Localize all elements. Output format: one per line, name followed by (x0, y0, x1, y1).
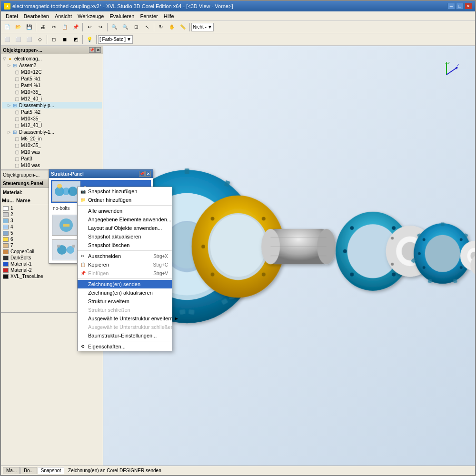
ctx-angegebene[interactable]: Angegebene Elemente anwenden... (78, 215, 172, 224)
ctx-snapshot-aktualisieren[interactable]: Snapshot aktualisieren (78, 232, 172, 241)
maximize-button[interactable]: □ (456, 3, 464, 10)
tree-disassembly-p[interactable]: ▷ ⊞ Disassembly-p... (2, 102, 102, 109)
tb-light[interactable]: 💡 (84, 35, 95, 44)
tree-disassembly-1-icon: ⊞ (11, 129, 18, 135)
menu-bearbeiten[interactable]: Bearbeiten (21, 12, 52, 20)
mat-name-10: Material-2 (10, 268, 31, 273)
tb-shade[interactable]: ◼ (60, 35, 70, 44)
tb-redo[interactable]: ↪ (95, 22, 106, 32)
tb-print[interactable]: 🖨 (38, 22, 48, 32)
tb-undo[interactable]: ↩ (84, 22, 95, 32)
ctx-copy-icon: 📋 (79, 261, 86, 268)
ctx-struktur-schliessen: Struktur schließen (78, 306, 172, 314)
tree-item-assem2[interactable]: ▷ ⊞ Assem2 (2, 62, 102, 69)
tree-item-5[interactable]: ▢ Part5 %2 (2, 109, 102, 115)
snapshot-thumb-0 (52, 181, 80, 202)
ctx-layout-label: Layout auf Objekte anwenden... (88, 225, 162, 231)
status-tab-snapshot[interactable]: Snapshot (38, 467, 64, 474)
panel-pin-button[interactable]: 📌 (89, 47, 95, 53)
tree-assem2-icon: ⊞ (11, 62, 18, 68)
tb-wire[interactable]: ◻ (49, 35, 59, 44)
mat-swatch-8 (3, 256, 9, 260)
object-groups-panel: Objektgruppen-... 📌 ✕ ▽ ● electromag... (1, 46, 103, 170)
tree-item-0[interactable]: ▢ M10×12C (2, 69, 102, 75)
struktur-pin-btn[interactable]: 📌 (139, 171, 145, 177)
tree-root-label: electromag... (14, 56, 42, 61)
tree-item-3[interactable]: ▢ M10×35_ (2, 89, 102, 95)
tb-pan[interactable]: ✋ (167, 22, 177, 32)
ctx-alle-anwenden[interactable]: Alle anwenden (78, 207, 172, 215)
tree-item-10[interactable]: ▢ M10 was (2, 149, 102, 155)
panel-close-button[interactable]: ✕ (95, 47, 101, 53)
tb-paste[interactable]: 📌 (70, 22, 81, 32)
tree-item-11[interactable]: ▢ Part3 (2, 155, 102, 162)
ctx-layout[interactable]: Layout auf Objekte anwenden... (78, 224, 172, 232)
tree-item-6[interactable]: ▢ M10×35_ (2, 115, 102, 122)
tb-copy[interactable]: 📋 (60, 22, 70, 32)
snapshot-thumb-2 (52, 239, 80, 260)
ctx-zeichnung-aktualisieren[interactable]: Zeichnung(en) aktualisieren (78, 288, 172, 297)
tb-rotate[interactable]: ↻ (156, 22, 166, 32)
tree-part-8-icon: ▢ (13, 136, 20, 141)
tb-shade-edge[interactable]: ◩ (70, 35, 81, 44)
tb-select[interactable]: ↖ (142, 22, 152, 32)
tb-view-top[interactable]: ⬜ (13, 35, 23, 44)
toolbar-farb-dropdown[interactable]: [ Farb-Satz ] ▼ (98, 35, 133, 44)
tb-save[interactable]: 💾 (24, 22, 34, 32)
tree-root[interactable]: ▽ ● electromag... (2, 55, 102, 62)
tb-cut[interactable]: ✂ (49, 22, 59, 32)
menu-evaluieren[interactable]: Evaluieren (107, 12, 137, 20)
ctx-eigenschaften[interactable]: ⚙ Eigenschaften... (78, 342, 172, 351)
tree-part-7-icon: ▢ (13, 122, 20, 128)
tb-zoom-in[interactable]: 🔍 (109, 22, 119, 32)
status-tab-bo[interactable]: Bo... (20, 467, 37, 474)
ctx-baumstruktur[interactable]: Baumstruktur-Einstellungen... (78, 331, 172, 340)
ctx-cut-label: Ausschneiden (88, 253, 121, 259)
tb-open[interactable]: 📂 (13, 22, 23, 32)
svg-rect-30 (179, 309, 186, 315)
ctx-struktur-erweitern[interactable]: Struktur erweitern (78, 297, 172, 306)
svg-point-82 (423, 266, 426, 269)
tree-disassembly-1[interactable]: ▷ ⊞ Disassembly-1... (2, 129, 102, 135)
tree-disassembly-1-arrow: ▷ (8, 130, 11, 134)
tb-view-front[interactable]: ⬜ (2, 35, 12, 44)
tb-zoom-fit[interactable]: ⊡ (131, 22, 141, 32)
tree-item-1[interactable]: ▢ Part5 %1 (2, 75, 102, 82)
tree-item-12[interactable]: ▢ M10 was (2, 162, 102, 169)
ctx-zeichnung-senden[interactable]: Zeichnung(en) senden (78, 280, 172, 288)
tb-measure[interactable]: 📏 (178, 22, 188, 32)
ctx-ausschneiden[interactable]: ✂ Ausschneiden Strg+X (78, 252, 172, 260)
window-title: electromagnetic-toothed-coupling.xv2* - … (12, 3, 233, 9)
ctx-sep-2 (78, 278, 172, 279)
ctx-snapshot-loeschen[interactable]: Snapshot löschen (78, 241, 172, 249)
struktur-close-btn[interactable]: ✕ (145, 171, 151, 177)
tree-item-9[interactable]: ▢ M10×35_ (2, 142, 102, 149)
tree-item-7[interactable]: ▢ M12_40_i (2, 122, 102, 129)
toolbar-nicht-dropdown[interactable]: Nicht - ▼ (191, 23, 214, 31)
ctx-ausgewahlte-erweitern[interactable]: Ausgewählte Unterstruktur erweitern ▶ (78, 314, 172, 323)
menu-datei[interactable]: Datei (3, 12, 21, 20)
tb-new[interactable]: 📄 (2, 22, 12, 32)
mat-name-5: 6 (10, 237, 13, 242)
tb-view-right[interactable]: ⬜ (24, 35, 34, 44)
tb-view-iso[interactable]: ◇ (35, 35, 45, 44)
menu-werkzeuge[interactable]: Werkzeuge (75, 12, 107, 20)
tb-zoom-out[interactable]: 🔍 (120, 22, 130, 32)
ctx-kopieren[interactable]: 📋 Kopieren Strg+C (78, 260, 172, 269)
menu-hilfe[interactable]: Hilfe (161, 12, 177, 20)
ctx-snapshot-del-label: Snapshot löschen (88, 242, 129, 248)
minimize-button[interactable]: ─ (447, 3, 455, 10)
menu-ansicht[interactable]: Ansicht (52, 12, 75, 20)
tree-item-2[interactable]: ▢ Part4 %1 (2, 82, 102, 89)
tree-part-10-label: M10 was (21, 149, 40, 155)
status-tab-ma[interactable]: Ma... (3, 467, 20, 474)
close-button[interactable]: ✕ (465, 3, 472, 10)
struktur-title: Struktur-Panel (51, 171, 84, 177)
ctx-snapshot-hinzufuegen[interactable]: 📷 Snapshot hinzufügen (78, 187, 172, 196)
tree-item-8[interactable]: ▢ M6_20_in (2, 135, 102, 142)
ctx-ordner-hinzufuegen[interactable]: 📁 Ordner hinzufügen (78, 196, 172, 204)
svg-point-83 (460, 266, 463, 269)
title-bar-buttons: ─ □ ✕ (447, 3, 472, 10)
menu-fenster[interactable]: Fenster (137, 12, 160, 20)
tree-item-4[interactable]: ▢ M12_40_i (2, 95, 102, 102)
